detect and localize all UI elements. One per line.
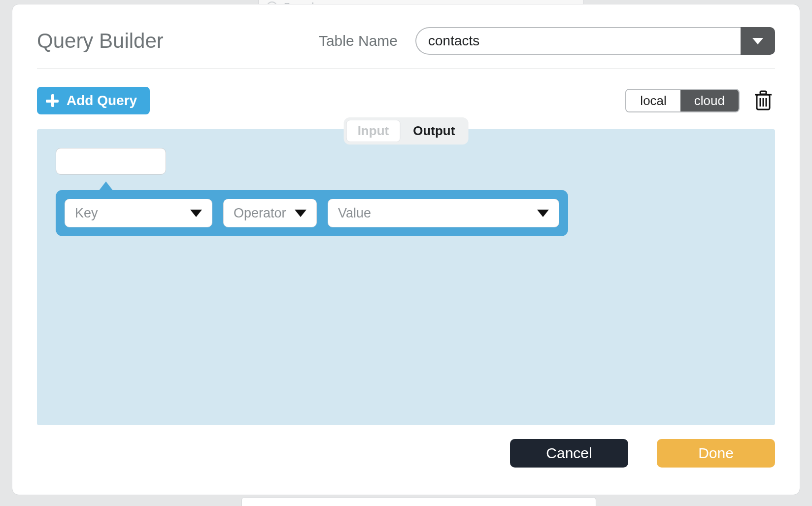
footer: Cancel Done [37,439,775,468]
tab-input[interactable]: Input [346,120,401,142]
connector-arrow-icon [99,181,113,190]
condition-key-select[interactable]: Key [65,199,212,227]
tab-output[interactable]: Output [402,120,466,142]
trash-icon [753,90,773,111]
query-canvas: Key Operator Value [37,129,775,425]
chevron-down-icon [752,38,763,44]
cancel-button[interactable]: Cancel [510,439,628,468]
svg-rect-5 [760,91,766,94]
add-query-button[interactable]: Add Query [37,87,150,114]
table-name-dropdown-button[interactable] [741,27,775,55]
table-name-label: Table Name [319,33,398,49]
chevron-down-icon [537,210,549,217]
header-row: Query Builder Table Name contacts [37,27,775,69]
scope-segmented-control: local cloud [625,89,740,112]
condition-key-placeholder: Key [75,206,98,221]
condition-operator-placeholder: Operator [234,206,286,221]
table-name-value: contacts [415,27,741,55]
condition-operator-select[interactable]: Operator [223,199,317,227]
table-name-select[interactable]: contacts [415,27,775,55]
background-panel-hint [241,497,596,506]
condition-value-placeholder: Value [338,206,371,221]
add-query-label: Add Query [67,93,137,108]
scope-cloud-button[interactable]: cloud [680,90,739,111]
io-tabs: Input Output [344,117,469,145]
chevron-down-icon [295,210,306,217]
toolbar: Add Query local cloud [37,87,775,114]
scope-local-button[interactable]: local [626,90,680,111]
query-chip[interactable] [56,148,166,175]
condition-value-select[interactable]: Value [328,199,559,227]
delete-button[interactable] [751,88,775,113]
page-title: Query Builder [37,29,164,53]
plus-icon [46,94,59,107]
chevron-down-icon [190,210,202,217]
done-button[interactable]: Done [657,439,775,468]
canvas-wrap: Input Output Key Operator Value [37,129,775,425]
condition-row: Key Operator Value [56,190,568,236]
query-builder-modal: Query Builder Table Name contacts Add Qu… [12,4,800,495]
